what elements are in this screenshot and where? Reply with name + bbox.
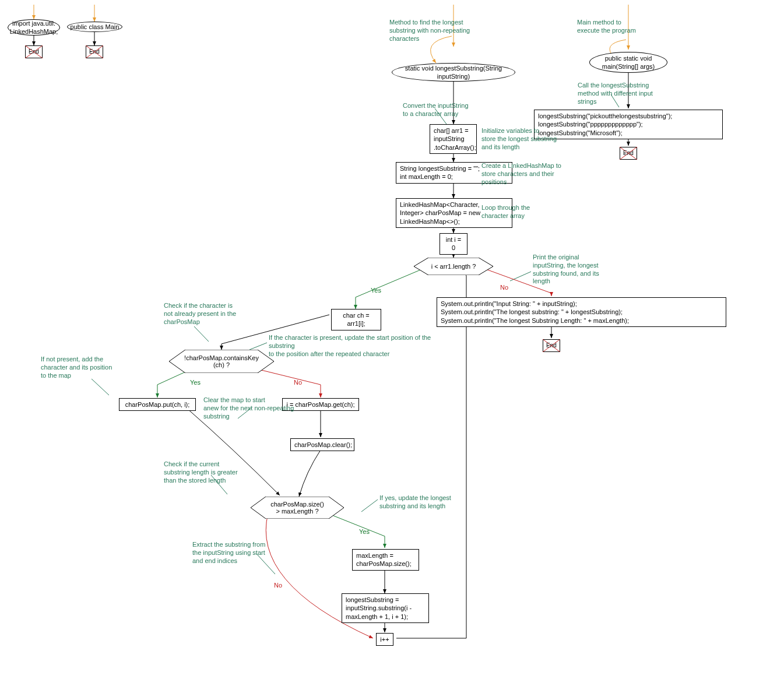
svg-line-8 [510, 272, 531, 281]
node-char-arr-text: char[] arr1 =inputString.toCharArray(); [434, 127, 476, 151]
node-class: public class Main [67, 22, 122, 32]
node-init-i: int i = 0 [440, 233, 467, 255]
node-size-cond-text: charPosMap.size()> maxLength ? [270, 501, 324, 515]
svg-line-9 [194, 326, 209, 342]
end-print: End [543, 339, 560, 352]
node-substring-text: longestSubstring =inputString.substring(… [346, 596, 412, 620]
ann-loop-arr: Loop through thecharacter array [481, 204, 563, 220]
ann-main-exec: Main method toexecute the program [577, 19, 659, 35]
node-contains-cond-text: !charPosMap.containsKey(ch) ? [184, 354, 259, 368]
svg-text:End: End [546, 342, 557, 349]
node-import-text: import java.util.LinkedHashMap; [10, 19, 58, 36]
end-import: End [25, 45, 43, 58]
svg-text:End: End [29, 48, 39, 55]
node-size-cond: charPosMap.size()> maxLength ? [251, 497, 344, 519]
ann-convert: Convert the inputStringto a character ar… [403, 102, 490, 118]
node-print: System.out.println("Input String: " + in… [437, 297, 726, 327]
label-loop-yes: Yes [371, 287, 381, 294]
node-clear-text: charPosMap.clear(); [294, 441, 352, 448]
node-put-text: charPosMap.put(ch, i); [125, 401, 190, 408]
node-method-sig: static void longestSubstring(Stringinput… [392, 63, 515, 82]
end-class: End [86, 45, 103, 58]
node-maxlen-text: maxLength =charPosMap.size(); [356, 552, 412, 567]
node-char-arr: char[] arr1 =inputString.toCharArray(); [430, 124, 477, 154]
node-class-text: public class Main [71, 23, 119, 31]
ann-extract: Extract the substring fromthe inputStrin… [192, 541, 297, 565]
node-linked-map-text: LinkedHashMap<Character,Integer> charPos… [400, 201, 480, 225]
svg-text:End: End [623, 150, 634, 156]
svg-line-10 [92, 379, 109, 395]
node-init-vars-text: String longestSubstring = "";int maxLeng… [400, 165, 480, 180]
label-contains-no: No [294, 379, 302, 386]
ann-create-map: Create a LinkedHashMap tostore character… [481, 162, 586, 186]
ann-check-not-present: Check if the character isnot already pre… [164, 302, 263, 326]
svg-line-14 [361, 500, 378, 512]
svg-text:End: End [89, 48, 100, 55]
ann-init-store: Initialize variables tostore the longest… [481, 127, 581, 151]
ann-if-yes-update: If yes, update the longestsubstring and … [379, 494, 479, 511]
label-contains-yes: Yes [190, 379, 201, 386]
node-import: import java.util.LinkedHashMap; [8, 19, 60, 36]
node-main-sig-text: public static voidmain(String[] args) [602, 54, 655, 71]
node-contains-cond: !charPosMap.containsKey(ch) ? [169, 350, 274, 373]
node-init-i-text: int i = 0 [446, 236, 462, 251]
label-size-yes: Yes [359, 528, 370, 535]
node-loop-cond: i < arr1.length ? [414, 258, 493, 275]
node-inc: i++ [376, 633, 393, 646]
label-loop-no: No [500, 284, 508, 291]
svg-line-11 [249, 343, 267, 350]
label-size-no: No [274, 582, 282, 589]
node-print-text: System.out.println("Input String: " + in… [441, 300, 629, 324]
node-inc-text: i++ [380, 636, 389, 643]
node-substring: longestSubstring =inputString.substring(… [342, 593, 429, 623]
node-put: charPosMap.put(ch, i); [119, 398, 196, 411]
ann-clear-map: Clear the map to startanew for the next … [203, 396, 320, 420]
ann-print-orig: Print the originalinputString, the longe… [533, 254, 620, 286]
ann-if-present: If the character is present, update the … [269, 334, 479, 358]
node-main-sig: public static voidmain(String[] args) [589, 52, 667, 73]
node-loop-cond-text: i < arr1.length ? [431, 263, 476, 270]
ann-check-len: Check if the currentsubstring length is … [164, 460, 263, 484]
node-method-sig-text: static void longestSubstring(Stringinput… [405, 64, 502, 81]
node-maxlen: maxLength =charPosMap.size(); [352, 549, 419, 571]
end-main: End [620, 147, 637, 160]
ann-if-not-present: If not present, add thecharacter and its… [41, 356, 140, 379]
ann-call-with: Call the longestSubstringmethod with dif… [578, 82, 683, 105]
node-char-ch: char ch = arr1[i]; [331, 309, 381, 330]
node-clear: charPosMap.clear(); [290, 438, 354, 451]
ann-method-find: Method to find the longestsubstring with… [389, 19, 488, 43]
node-char-ch-text: char ch = arr1[i]; [343, 312, 370, 327]
